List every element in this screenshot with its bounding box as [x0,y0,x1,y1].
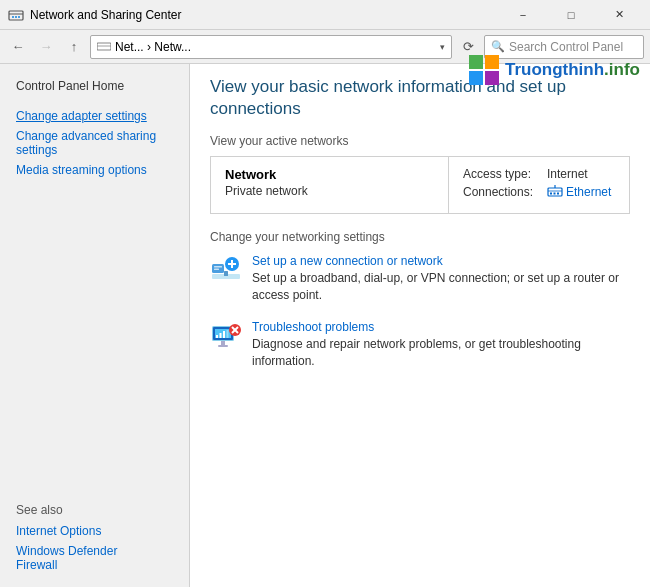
window-title: Network and Sharing Center [30,8,500,22]
setting-text-troubleshoot: Troubleshoot problems Diagnose and repai… [252,320,630,370]
search-placeholder: Search Control Panel [509,40,623,54]
address-dropdown-icon[interactable]: ▾ [440,42,445,52]
svg-rect-11 [557,193,559,195]
sidebar: Control Panel Home Change adapter settin… [0,64,190,587]
access-type-row: Access type: Internet [463,167,615,181]
svg-rect-26 [223,331,225,338]
svg-rect-24 [216,335,218,338]
new-connection-icon [210,256,242,288]
network-left-panel: Network Private network [211,157,449,213]
sidebar-home-label: Control Panel Home [0,76,189,96]
connections-row: Connections: Ethernet [463,185,615,199]
minimize-button[interactable]: − [500,0,546,30]
address-field[interactable]: Net... › Netw... ▾ [90,35,452,59]
main-layout: Control Panel Home Change adapter settin… [0,64,650,587]
troubleshoot-link[interactable]: Troubleshoot problems [252,320,630,334]
sidebar-windows-defender[interactable]: Windows Defender Firewall [16,541,173,575]
svg-rect-20 [214,269,219,271]
sidebar-item-media-streaming[interactable]: Media streaming options [0,160,189,180]
svg-rect-9 [550,193,552,195]
svg-rect-4 [18,16,20,18]
svg-rect-7 [548,188,562,196]
close-button[interactable]: ✕ [596,0,642,30]
setting-text-new-connection: Set up a new connection or network Set u… [252,254,630,304]
svg-rect-5 [97,43,111,50]
address-network-icon [97,40,111,54]
sidebar-internet-options[interactable]: Internet Options [16,521,173,541]
ethernet-link[interactable]: Ethernet [547,185,611,199]
svg-rect-2 [12,16,14,18]
ethernet-icon [547,185,563,199]
new-connection-link[interactable]: Set up a new connection or network [252,254,630,268]
refresh-button[interactable]: ⟳ [456,35,480,59]
connections-label: Connections: [463,185,543,199]
see-also-label: See also [16,503,173,521]
window-icon [8,7,24,23]
access-type-label: Access type: [463,167,543,181]
watermark-sq1 [469,64,483,69]
setting-item-new-connection: Set up a new connection or network Set u… [210,254,630,304]
svg-rect-19 [214,266,222,268]
svg-rect-28 [221,341,225,345]
network-info-box: Network Private network Access type: Int… [210,156,630,214]
svg-rect-18 [224,271,228,276]
svg-rect-0 [9,11,23,20]
setting-item-troubleshoot: Troubleshoot problems Diagnose and repai… [210,320,630,370]
up-button[interactable]: ↑ [62,35,86,59]
active-networks-label: View your active networks [210,134,630,148]
networking-settings-label: Change your networking settings [210,230,630,244]
window-controls: − □ ✕ [500,0,642,30]
sidebar-item-change-sharing[interactable]: Change advanced sharing settings [0,126,189,160]
forward-button[interactable]: → [34,35,58,59]
address-bar: ← → ↑ Net... › Netw... ▾ ⟳ 🔍 Search Cont… [0,30,650,64]
maximize-button[interactable]: □ [548,0,594,30]
new-connection-desc: Set up a broadband, dial-up, or VPN conn… [252,271,619,302]
search-icon: 🔍 [491,40,505,53]
svg-rect-25 [220,333,222,338]
content-area: Truongthinh.info View your basic network… [190,64,650,587]
search-box[interactable]: 🔍 Search Control Panel [484,35,644,59]
troubleshoot-desc: Diagnose and repair network problems, or… [252,337,581,368]
svg-rect-3 [15,16,17,18]
sidebar-item-change-adapter[interactable]: Change adapter settings [0,106,189,126]
access-type-value: Internet [547,167,588,181]
network-type: Private network [225,184,434,198]
ethernet-label: Ethernet [566,185,611,199]
svg-rect-10 [554,193,556,195]
svg-rect-29 [218,345,228,347]
network-right-panel: Access type: Internet Connections: [449,157,629,213]
troubleshoot-icon [210,322,242,354]
svg-rect-27 [227,330,229,338]
title-bar: Network and Sharing Center − □ ✕ [0,0,650,30]
address-path: Net... › Netw... [115,40,436,54]
back-button[interactable]: ← [6,35,30,59]
network-name: Network [225,167,434,182]
watermark-sq2 [485,64,499,69]
page-title: View your basic network information and … [210,76,630,120]
